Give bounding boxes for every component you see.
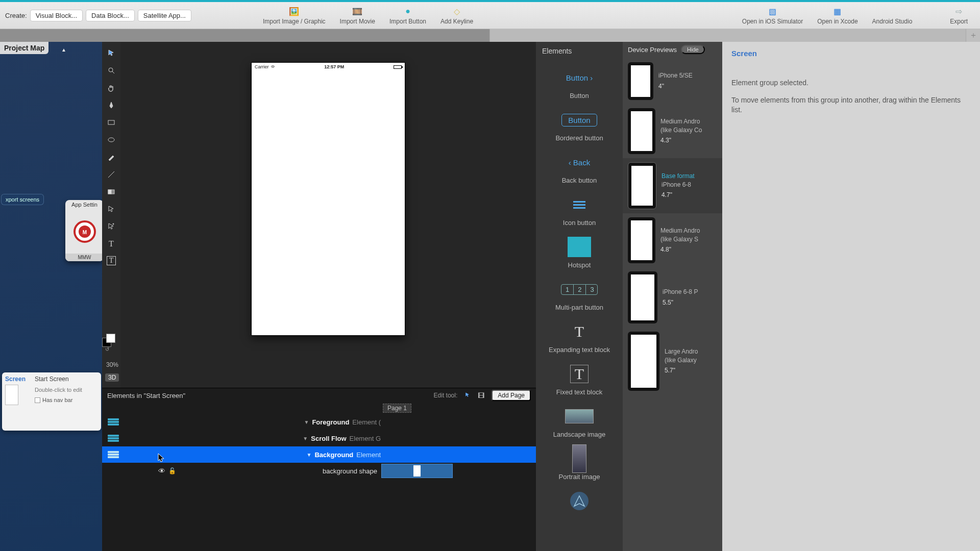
tab-empty: [490, 29, 966, 42]
tab-add-button[interactable]: ＋: [966, 29, 980, 42]
inspector-panel: Screen Element group selected. To move e…: [722, 42, 980, 551]
ellipse-tool[interactable]: [106, 135, 116, 145]
lib-item-multipart[interactable]: 123 Multi-part button: [536, 279, 623, 311]
device-android-medium-1[interactable]: Medium Andro (like Galaxy Co 4.3": [623, 104, 722, 158]
layers-panel: Elements in "Start Screen" Edit tool: 🎞 …: [102, 388, 536, 551]
elements-title: Elements: [536, 47, 623, 60]
lib-item-expanding-text[interactable]: T Expanding text block: [536, 321, 623, 354]
disclosure-icon[interactable]: ▼: [304, 419, 309, 425]
lib-item-bordered[interactable]: Button Bordered button: [536, 110, 623, 142]
layer-row-scrollflow[interactable]: ▼ Scroll Flow Element G: [102, 430, 536, 446]
export-screens-button[interactable]: xport screens: [1, 194, 44, 205]
phone-statusbar: Carrier 12:57 PM: [252, 63, 405, 71]
open-xcode-button[interactable]: ▦ Open in Xcode: [817, 6, 857, 25]
svg-text:M: M: [82, 230, 86, 235]
project-map-panel: Project Map ▲ xport screens App Settin M…: [0, 42, 102, 551]
disclosure-icon[interactable]: ▼: [307, 452, 312, 458]
xcode-icon: ▦: [832, 6, 843, 17]
disclosure-icon[interactable]: ▼: [303, 436, 308, 441]
direct-select-tool[interactable]: [106, 204, 116, 214]
svg-point-5: [108, 138, 114, 142]
main-toolbar: Create: Visual Block... Data Block... Sa…: [0, 2, 980, 29]
layers-title: Elements in "Start Screen": [107, 392, 185, 399]
device-android-large[interactable]: Large Andro (like Galaxy 5.7": [623, 328, 722, 395]
color-swatch[interactable]: [106, 334, 115, 343]
lock-icon[interactable]: 🔓: [168, 467, 176, 474]
layer-row-background-shape[interactable]: 👁 🔓 background shape: [102, 463, 536, 479]
hide-previews-button[interactable]: Hide: [681, 45, 705, 54]
lib-item-icon-button[interactable]: Icon button: [536, 194, 623, 227]
open-simulator-button[interactable]: ▧ Open in iOS Simulator: [742, 6, 803, 25]
lib-item-portrait-image[interactable]: Portrait image: [536, 448, 623, 481]
layer-thumbnail[interactable]: [381, 464, 453, 478]
layer-row-background[interactable]: ▼ Background Element: [102, 446, 536, 463]
svg-point-9: [570, 492, 589, 510]
inspector-title: Screen: [731, 49, 971, 58]
pen-tool[interactable]: [106, 100, 116, 110]
edit-tool-label: Edit tool:: [434, 392, 458, 399]
tool-strip: T T ↺ 30% 3D: [102, 42, 120, 388]
text-box-tool[interactable]: T: [107, 256, 116, 265]
device-iphone6-8[interactable]: Base format iPhone 6-8 4.7": [623, 158, 722, 213]
movie-icon: 🎞️: [352, 6, 363, 17]
lib-item-hotspot[interactable]: Hotspot: [536, 237, 623, 269]
lib-item-landscape-image[interactable]: Landscape image: [536, 406, 623, 438]
project-map-title: Project Map: [0, 42, 48, 54]
has-nav-checkbox[interactable]: Has nav bar: [35, 397, 98, 403]
rect-tool[interactable]: [106, 117, 116, 128]
edit-tool-pointer[interactable]: [464, 392, 471, 399]
import-button-button[interactable]: ● Import Button: [389, 6, 426, 25]
gradient-tool[interactable]: [106, 187, 116, 197]
elements-library: Elements Button› Button Button Bordered …: [536, 42, 623, 551]
3d-toggle[interactable]: 3D: [105, 373, 119, 382]
inspector-line2: To move elements from this group into an…: [731, 95, 971, 115]
android-studio-button[interactable]: Android Studio: [872, 6, 913, 25]
app-settings-card[interactable]: App Settin M MMW: [65, 200, 102, 261]
edit-tool-movie[interactable]: 🎞: [478, 392, 484, 399]
page-1-tab[interactable]: Page 1: [383, 404, 411, 413]
canvas-stage[interactable]: Carrier 12:57 PM: [120, 42, 536, 388]
lib-item-fixed-text[interactable]: T Fixed text block: [536, 364, 623, 396]
import-movie-button[interactable]: 🎞️ Import Movie: [340, 6, 375, 25]
simulator-icon: ▧: [767, 6, 778, 17]
add-page-button[interactable]: Add Page: [492, 390, 531, 401]
tab-active[interactable]: [0, 29, 490, 42]
previews-title: Device Previews: [628, 46, 677, 54]
export-button[interactable]: ⇨ Export: [950, 6, 968, 25]
pointer-tool[interactable]: [106, 48, 116, 58]
satellite-app-button[interactable]: Satellite App...: [138, 10, 191, 21]
layer-row-foreground[interactable]: ▼ Foreground Element (: [102, 414, 536, 430]
lib-item-vector[interactable]: [536, 491, 623, 511]
tab-strip: ＋: [0, 29, 980, 42]
device-iphone5[interactable]: iPhone 5/SE 4": [623, 58, 722, 104]
device-previews-panel: Device Previews Hide iPhone 5/SE 4" Medi…: [623, 42, 722, 551]
line-tool[interactable]: [106, 169, 116, 180]
android-icon: [887, 6, 898, 17]
dbl-click-hint: Double-click to edit: [35, 387, 98, 393]
data-block-button[interactable]: Data Block...: [86, 10, 135, 21]
import-image-button[interactable]: 🖼️ Import Image / Graphic: [263, 6, 326, 25]
zoom-level: 30%: [106, 361, 118, 368]
visibility-icon[interactable]: 👁: [158, 467, 165, 475]
phone-time: 12:57 PM: [324, 64, 344, 69]
device-iphone-plus[interactable]: iPhone 6-8 P 5.5": [623, 267, 722, 328]
svg-rect-7: [108, 190, 111, 194]
pan-tool[interactable]: [106, 83, 116, 93]
screen-card[interactable]: Screen Start Screen Double-click to edit…: [2, 372, 101, 431]
export-icon: ⇨: [953, 6, 965, 17]
svg-point-3: [109, 68, 113, 72]
device-android-medium-2[interactable]: Medium Andro (like Galaxy S 4.8": [623, 213, 722, 267]
text-tool[interactable]: T: [106, 239, 116, 249]
lib-item-button[interactable]: Button› Button: [536, 67, 623, 99]
swap-colors-icon[interactable]: ↺: [105, 346, 109, 352]
lib-item-back[interactable]: ‹Back Back button: [536, 152, 623, 184]
collapse-icon[interactable]: ▲: [61, 47, 66, 53]
node-tool[interactable]: [106, 221, 116, 232]
zoom-tool[interactable]: [106, 65, 116, 76]
add-keyline-button[interactable]: ◇ Add Keyline: [440, 6, 473, 25]
brush-tool[interactable]: [106, 152, 116, 162]
visual-block-button[interactable]: Visual Block...: [30, 10, 83, 21]
canvas-column: T T ↺ 30% 3D Carrier 12:57 PM: [102, 42, 536, 551]
screen-thumb: [5, 385, 18, 405]
wifi-icon: [271, 65, 275, 69]
